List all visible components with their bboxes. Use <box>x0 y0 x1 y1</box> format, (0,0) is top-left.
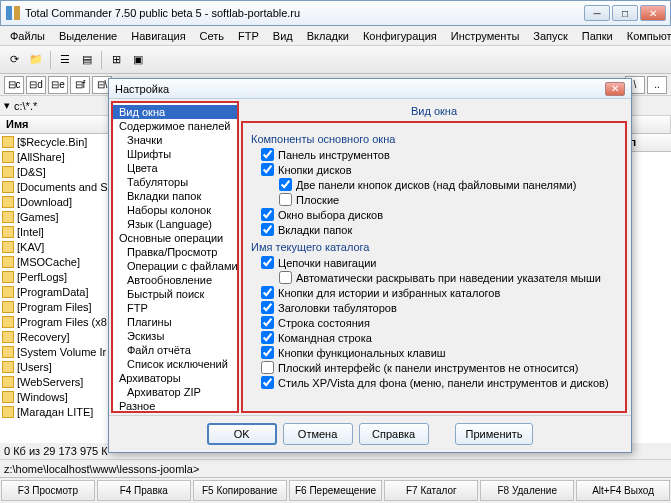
drive-f[interactable]: ⊟f <box>70 76 90 94</box>
checkbox-row[interactable]: Автоматически раскрывать при наведении у… <box>279 270 617 285</box>
checkbox-row[interactable]: Кнопки функциональных клавиш <box>261 345 617 360</box>
folder-icon <box>2 151 14 163</box>
drive-c[interactable]: ⊟c <box>4 76 24 94</box>
refresh-icon[interactable]: ⟳ <box>4 50 24 70</box>
fkey-3[interactable]: F6 Перемещение <box>289 480 383 501</box>
tree-item[interactable]: Список исключений <box>113 357 237 371</box>
drive-d[interactable]: ⊟d <box>26 76 46 94</box>
cancel-button[interactable]: Отмена <box>283 423 353 445</box>
up-button[interactable]: .. <box>647 76 667 94</box>
fkey-2[interactable]: F5 Копирование <box>193 480 287 501</box>
menu-7[interactable]: Конфигурация <box>357 28 443 44</box>
tree-item[interactable]: Архиваторы <box>113 371 237 385</box>
tree-item[interactable]: Шрифты <box>113 147 237 161</box>
checkbox[interactable] <box>261 163 274 176</box>
menu-6[interactable]: Вкладки <box>301 28 355 44</box>
apply-button[interactable]: Применить <box>455 423 534 445</box>
checkbox[interactable] <box>279 193 292 206</box>
menu-4[interactable]: FTP <box>232 28 265 44</box>
checkbox-row[interactable]: Две панели кнопок дисков (над файловыми … <box>279 177 617 192</box>
checkbox[interactable] <box>261 208 274 221</box>
menu-0[interactable]: Файлы <box>4 28 51 44</box>
checkbox[interactable] <box>261 223 274 236</box>
maximize-button[interactable]: □ <box>612 5 638 21</box>
dialog-titlebar: Настройка ✕ <box>109 79 631 99</box>
tree-item[interactable]: Язык (Language) <box>113 217 237 231</box>
tree-item[interactable]: Разное <box>113 399 237 413</box>
tree-item[interactable]: Наборы колонок <box>113 203 237 217</box>
pack-icon[interactable]: ▣ <box>128 50 148 70</box>
menu-9[interactable]: Запуск <box>527 28 573 44</box>
checkbox[interactable] <box>261 148 274 161</box>
tree-icon[interactable]: ▤ <box>77 50 97 70</box>
checkbox[interactable] <box>261 316 274 329</box>
checkbox[interactable] <box>261 301 274 314</box>
checkbox-row[interactable]: Кнопки дисков <box>261 162 617 177</box>
tree-item[interactable]: Плагины <box>113 315 237 329</box>
tree-item[interactable]: Архиватор ZIP <box>113 385 237 399</box>
fkey-5[interactable]: F8 Удаление <box>480 480 574 501</box>
checkbox[interactable] <box>279 178 292 191</box>
folder-icon <box>2 316 14 328</box>
menubar: ФайлыВыделениеНавигацияСетьFTPВидВкладки… <box>0 26 671 46</box>
checkbox-row[interactable]: Командная строка <box>261 330 617 345</box>
minimize-button[interactable]: ─ <box>584 5 610 21</box>
dialog-close-button[interactable]: ✕ <box>605 82 625 96</box>
menu-1[interactable]: Выделение <box>53 28 123 44</box>
checkbox[interactable] <box>261 346 274 359</box>
checkbox[interactable] <box>261 286 274 299</box>
tree-item[interactable]: Табуляторы <box>113 175 237 189</box>
settings-tree[interactable]: Вид окнаСодержимое панелейЗначкиШрифтыЦв… <box>111 101 239 413</box>
current-path: c:\*.* <box>14 100 37 112</box>
checkbox[interactable] <box>261 331 274 344</box>
checkbox-row[interactable]: Кнопки для истории и избранных каталогов <box>261 285 617 300</box>
ok-button[interactable]: OK <box>207 423 277 445</box>
menu-5[interactable]: Вид <box>267 28 299 44</box>
checkbox-row[interactable]: Строка состояния <box>261 315 617 330</box>
tree-item[interactable]: Вид окна <box>113 105 237 119</box>
tree-item[interactable]: Файл отчёта <box>113 343 237 357</box>
checkbox-row[interactable]: Заголовки табуляторов <box>261 300 617 315</box>
view-icon[interactable]: ☰ <box>55 50 75 70</box>
menu-11[interactable]: Компьютер <box>621 28 671 44</box>
tree-item[interactable]: Эскизы <box>113 329 237 343</box>
tree-item[interactable]: Содержимое панелей <box>113 119 237 133</box>
command-line[interactable]: z:\home\localhost\www\lessons-joomla> <box>0 459 671 477</box>
checkbox[interactable] <box>261 361 274 374</box>
fkey-6[interactable]: Alt+F4 Выход <box>576 480 670 501</box>
checkbox-row[interactable]: Плоские <box>279 192 617 207</box>
close-button[interactable]: ✕ <box>640 5 666 21</box>
checkbox-row[interactable]: Вкладки папок <box>261 222 617 237</box>
group-label: Имя текущего каталога <box>251 241 617 253</box>
help-button[interactable]: Справка <box>359 423 429 445</box>
tree-item[interactable]: Операции с файлами <box>113 259 237 273</box>
tree-item[interactable]: Автообновление <box>113 273 237 287</box>
checkbox-row[interactable]: Панель инструментов <box>261 147 617 162</box>
tree-item[interactable]: Значки <box>113 133 237 147</box>
checkbox[interactable] <box>261 376 274 389</box>
folder-icon[interactable]: 📁 <box>26 50 46 70</box>
tree-item[interactable]: Цвета <box>113 161 237 175</box>
tree-item[interactable]: FTP <box>113 301 237 315</box>
copy-icon[interactable]: ⊞ <box>106 50 126 70</box>
checkbox-row[interactable]: Цепочки навигации <box>261 255 617 270</box>
tree-item[interactable]: Быстрый поиск <box>113 287 237 301</box>
svg-rect-0 <box>6 6 12 20</box>
menu-3[interactable]: Сеть <box>194 28 230 44</box>
menu-8[interactable]: Инструменты <box>445 28 526 44</box>
menu-2[interactable]: Навигация <box>125 28 191 44</box>
toolbar: ⟳ 📁 ☰ ▤ ⊞ ▣ <box>0 46 671 74</box>
checkbox-row[interactable]: Плоский интерфейс (к панели инструментов… <box>261 360 617 375</box>
fkey-4[interactable]: F7 Каталог <box>384 480 478 501</box>
drive-e[interactable]: ⊟e <box>48 76 68 94</box>
tree-item[interactable]: Правка/Просмотр <box>113 245 237 259</box>
checkbox-row[interactable]: Окно выбора дисков <box>261 207 617 222</box>
fkey-0[interactable]: F3 Просмотр <box>1 480 95 501</box>
checkbox-row[interactable]: Стиль XP/Vista для фона (меню, панели ин… <box>261 375 617 390</box>
tree-item[interactable]: Основные операции <box>113 231 237 245</box>
menu-10[interactable]: Папки <box>576 28 619 44</box>
fkey-1[interactable]: F4 Правка <box>97 480 191 501</box>
checkbox[interactable] <box>261 256 274 269</box>
checkbox[interactable] <box>279 271 292 284</box>
tree-item[interactable]: Вкладки папок <box>113 189 237 203</box>
